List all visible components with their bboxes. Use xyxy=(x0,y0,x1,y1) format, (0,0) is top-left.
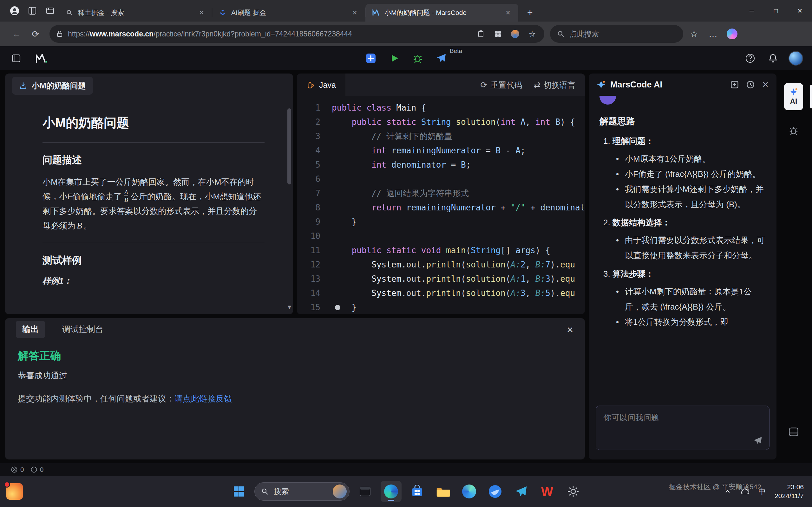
run-button[interactable] xyxy=(387,51,401,65)
onedrive-cloud-icon[interactable] xyxy=(740,488,750,495)
ai-chat-content[interactable]: 解题思路 1. 理解问题： 小M原本有1公斤奶酪。小F偷走了 (\frac{A}… xyxy=(589,96,776,400)
debug-button[interactable] xyxy=(411,51,425,65)
app-icon-edge-dev[interactable] xyxy=(459,481,479,502)
url-text: https://www.marscode.cn/practice/lnrk7r3… xyxy=(68,30,470,38)
marscode-logo[interactable] xyxy=(34,51,49,66)
ai-bullet: 小F偷走了 (\frac{A}{B}) 公斤的奶酪。 xyxy=(616,166,767,181)
start-button[interactable] xyxy=(229,481,249,502)
feedback-link[interactable]: 请点此链接反馈 xyxy=(174,394,232,403)
breakpoint-dot[interactable] xyxy=(335,305,340,310)
editor-lang-tab[interactable]: Java xyxy=(297,73,345,96)
ai-question-input[interactable] xyxy=(596,406,769,450)
problem-tab[interactable]: 小M的奶酪问题 xyxy=(12,77,93,95)
browser-profile-icon[interactable] xyxy=(6,3,23,18)
tab-output[interactable]: 输出 xyxy=(16,321,45,338)
app-icon-browser-blue[interactable] xyxy=(485,481,506,502)
browser-tab-2[interactable]: AI刷题-掘金 ✕ xyxy=(212,4,365,21)
samples-heading: 测试样例 xyxy=(43,254,264,267)
reload-icon[interactable]: ⟳ xyxy=(27,26,44,42)
sidebar-toggle-icon[interactable] xyxy=(9,51,23,66)
workspaces-icon[interactable] xyxy=(23,3,41,18)
error-circle-icon xyxy=(11,466,18,473)
back-icon[interactable]: ← xyxy=(8,26,25,42)
tray-chevron-icon[interactable] xyxy=(724,488,731,495)
code-editor[interactable]: 1public class Main {2 public static Stri… xyxy=(297,96,585,314)
copilot-icon[interactable] xyxy=(724,26,740,42)
app-icon-edge[interactable] xyxy=(380,481,402,502)
favorites-bar-icon[interactable]: ☆ xyxy=(686,26,702,42)
warnings-indicator[interactable]: 0 xyxy=(31,466,44,473)
code-line[interactable]: 12 System.out.println(solution(A:2, B:7)… xyxy=(297,258,585,272)
code-line[interactable]: 8 return remainingNumerator + "/" + deno… xyxy=(297,201,585,215)
ai-close-icon[interactable]: ✕ xyxy=(762,80,769,90)
tab-title: 稀土掘金 - 搜索 xyxy=(78,8,192,17)
widgets-weather-icon[interactable] xyxy=(6,483,23,500)
app-icon-window[interactable] xyxy=(355,481,375,502)
favorite-star-icon[interactable]: ☆ xyxy=(526,27,539,40)
tab-actions-icon[interactable] xyxy=(41,3,59,18)
code-line[interactable]: 2 public static String solution(int A, i… xyxy=(297,115,585,129)
line-number: 3 xyxy=(297,129,332,144)
code-line[interactable]: 3 // 计算剩下的奶酪量 xyxy=(297,129,585,144)
rail-panel-icon[interactable] xyxy=(788,427,799,437)
ai-bullet: 将1公斤转换为分数形式，即 xyxy=(616,314,767,330)
ai-bullet: 计算小M剩下的奶酪量：原本是1公斤，减去 (\frac{A}{B}) 公斤。 xyxy=(616,284,767,314)
ai-heading: 解题思路 xyxy=(600,115,767,127)
submit-button[interactable]: Beta xyxy=(434,51,448,65)
code-line[interactable]: 5 int denominator = B; xyxy=(297,158,585,172)
problem-content[interactable]: 小M的奶酪问题 问题描述 小M在集市上买了一公斤奶酪回家。然而，在小M不在的时候… xyxy=(5,98,293,314)
tab-close-icon[interactable]: ✕ xyxy=(350,8,360,18)
history-icon[interactable] xyxy=(746,80,755,89)
code-line[interactable]: 6 xyxy=(297,172,585,186)
code-line[interactable]: 9 } xyxy=(297,215,585,229)
reset-code-button[interactable]: ⟳ 重置代码 xyxy=(480,80,522,90)
address-bar[interactable]: https://www.marscode.cn/practice/lnrk7r3… xyxy=(49,25,544,43)
app-icon-telegram[interactable] xyxy=(511,481,531,502)
tab-debug-console[interactable]: 调试控制台 xyxy=(56,321,110,338)
errors-indicator[interactable]: 0 xyxy=(11,466,24,473)
line-number: 7 xyxy=(297,186,332,201)
taskbar-search-box[interactable]: 搜索 xyxy=(254,482,350,501)
switch-language-button[interactable]: ⇄ 切换语言 xyxy=(534,80,575,90)
code-line[interactable]: 14 System.out.println(solution(A:3, B:5)… xyxy=(297,286,585,300)
window-minimize-button[interactable]: ─ xyxy=(740,0,764,21)
code-line[interactable]: 10 xyxy=(297,229,585,243)
copy-link-icon[interactable] xyxy=(474,27,487,40)
code-line[interactable]: 13 System.out.println(solution(A:1, B:3)… xyxy=(297,272,585,286)
rail-ai-button[interactable]: AI xyxy=(784,83,803,110)
user-avatar[interactable] xyxy=(789,51,803,66)
send-icon[interactable] xyxy=(753,436,763,446)
code-line[interactable]: 4 int remainingNumerator = B - A; xyxy=(297,144,585,158)
rail-ai-label: AI xyxy=(790,97,798,106)
browser-tab-3-active[interactable]: 小M的奶酪问题 - MarsCode ✕ xyxy=(365,4,518,21)
tray-clock[interactable]: 23:06 2024/11/7 xyxy=(774,483,804,501)
code-line[interactable]: 1public class Main { xyxy=(297,101,585,115)
output-close-icon[interactable]: ✕ xyxy=(566,325,573,335)
rail-debug-icon[interactable] xyxy=(789,125,799,135)
notifications-bell-icon[interactable] xyxy=(766,51,780,66)
help-icon[interactable] xyxy=(743,51,757,66)
extension-icon[interactable] xyxy=(509,27,521,40)
code-line[interactable]: 7 // 返回结果为字符串形式 xyxy=(297,186,585,201)
window-close-button[interactable]: ✕ xyxy=(788,0,812,21)
new-tab-button[interactable]: + xyxy=(523,7,537,19)
code-line[interactable]: 11 public static void main(String[] args… xyxy=(297,243,585,258)
app-icon-store[interactable] xyxy=(407,481,427,502)
browser-search-box[interactable]: 点此搜索 xyxy=(550,25,683,43)
apps-grid-icon[interactable] xyxy=(492,27,504,40)
browser-menu-icon[interactable]: … xyxy=(705,26,721,42)
app-icon-settings[interactable] xyxy=(563,481,583,502)
problem-scrollbar-thumb[interactable] xyxy=(287,108,291,184)
scroll-down-icon[interactable]: ▾ xyxy=(288,303,291,311)
window-maximize-button[interactable]: □ xyxy=(764,0,788,21)
app-icon-wps[interactable]: W xyxy=(537,481,558,502)
new-chat-icon[interactable] xyxy=(730,80,739,89)
ime-indicator[interactable]: 中 xyxy=(758,487,766,497)
tab-close-icon[interactable]: ✕ xyxy=(503,8,513,18)
browser-tab-1[interactable]: 稀土掘金 - 搜索 ✕ xyxy=(59,4,212,21)
tab-close-icon[interactable]: ✕ xyxy=(196,8,207,18)
code-line[interactable]: 15 } xyxy=(297,300,585,314)
app-icon-explorer[interactable] xyxy=(433,481,454,502)
add-snippet-button[interactable] xyxy=(364,51,378,65)
app-statusbar: 0 0 xyxy=(0,463,812,476)
